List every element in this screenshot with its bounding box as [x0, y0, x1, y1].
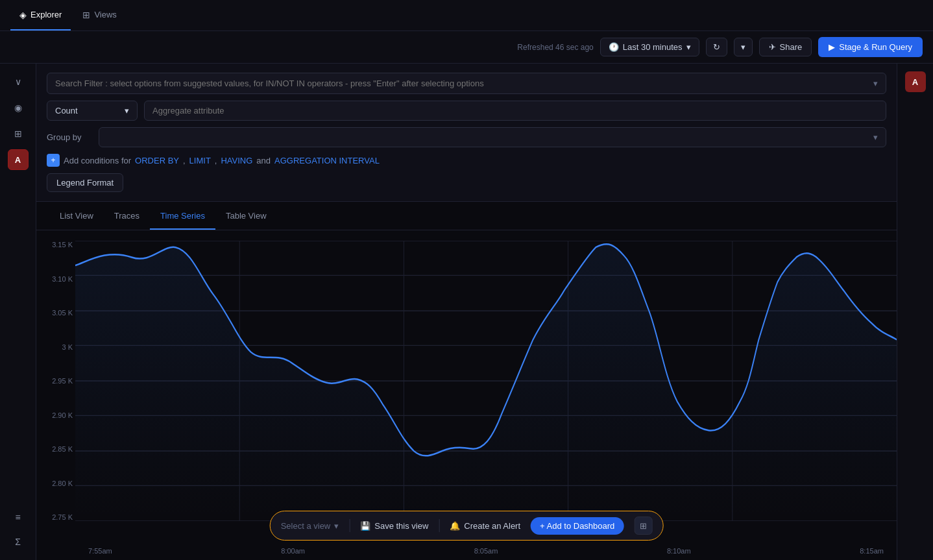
save-icon: 💾	[360, 521, 370, 531]
extra-options-button[interactable]: ⊞	[634, 517, 652, 535]
y-label-7: 2.80 K	[42, 480, 73, 487]
stage-run-label: Stage & Run Query	[839, 42, 912, 52]
x-axis: 7:55am 8:00am 8:05am 8:10am 8:15am	[75, 547, 897, 555]
views-tab-label: Views	[94, 10, 116, 19]
clock-icon: 🕐	[609, 42, 619, 52]
time-series-chart	[75, 241, 897, 521]
time-range-label: Last 30 minutes	[623, 42, 683, 52]
x-label-2: 8:05am	[474, 547, 498, 555]
select-view-label: Select a view	[281, 521, 331, 531]
divider-1	[349, 519, 350, 532]
chevron-down-icon: ▾	[334, 521, 339, 531]
query-panel: ▾ Count ▾ Group by ▾ + A	[36, 64, 897, 202]
y-label-8: 2.75 K	[42, 513, 73, 521]
chart-section: List View Traces Time Series Table View …	[36, 202, 897, 560]
legend-format-row: Legend Format	[47, 173, 886, 192]
right-avatar-label: A	[912, 77, 918, 87]
add-conditions-icon[interactable]: +	[47, 154, 60, 167]
add-to-dashboard-button[interactable]: + Add to Dashboard	[531, 517, 624, 535]
right-avatar-button[interactable]: A	[905, 71, 926, 92]
count-select[interactable]: Count ▾	[47, 101, 138, 121]
chevron-down-icon: ▾	[686, 42, 691, 52]
limit-link[interactable]: LIMIT	[189, 156, 211, 165]
x-label-4: 8:15am	[860, 547, 884, 555]
collapse-button[interactable]: ∨	[8, 71, 29, 92]
top-navigation: ◈ Explorer ⊞ Views	[0, 0, 933, 31]
alert-icon: 🔔	[450, 521, 460, 531]
view-tabs: List View Traces Time Series Table View	[36, 202, 897, 230]
aggregate-input[interactable]	[144, 101, 886, 121]
views-icon: ⊞	[82, 10, 90, 20]
refresh-status: Refreshed 46 sec ago	[517, 43, 593, 52]
action-bar: Select a view ▾ 💾 Save this view 🔔 Creat…	[270, 511, 664, 541]
grid-icon: ⊞	[640, 521, 647, 531]
top-toolbar: Refreshed 46 sec ago 🕐 Last 30 minutes ▾…	[0, 31, 933, 64]
chart-container: 3.15 K 3.10 K 3.05 K 3 K 2.95 K 2.90 K 2…	[36, 230, 897, 560]
select-view-dropdown[interactable]: Select a view ▾	[281, 521, 339, 531]
share-label: Share	[780, 42, 803, 52]
order-by-link[interactable]: ORDER BY	[135, 156, 179, 165]
search-filter-input[interactable]	[55, 79, 868, 88]
create-alert-button[interactable]: 🔔 Create an Alert	[450, 521, 520, 531]
legend-format-label: Legend Format	[56, 178, 114, 188]
tab-views[interactable]: ⊞ Views	[73, 0, 125, 30]
refresh-icon: ↻	[713, 42, 720, 52]
save-view-label: Save this view	[374, 521, 428, 531]
conditions-row: + Add conditions for ORDER BY, LIMIT, HA…	[47, 154, 886, 167]
aggregation-interval-link[interactable]: AGGREGATION INTERVAL	[274, 156, 380, 165]
y-label-4: 2.95 K	[42, 377, 73, 385]
x-label-1: 8:00am	[281, 547, 305, 555]
group-by-label: Group by	[47, 132, 92, 142]
eye-button[interactable]: ◉	[8, 97, 29, 118]
create-alert-label: Create an Alert	[464, 521, 520, 531]
y-label-2: 3.05 K	[42, 309, 73, 317]
refresh-button[interactable]: ↻	[706, 38, 727, 56]
y-label-6: 2.85 K	[42, 445, 73, 453]
dropdown-icon: ▾	[873, 79, 878, 88]
group-by-row: Group by ▾	[47, 127, 886, 147]
x-label-0: 7:55am	[88, 547, 112, 555]
y-axis: 3.15 K 3.10 K 3.05 K 3 K 2.95 K 2.90 K 2…	[42, 241, 73, 521]
y-label-1: 3.10 K	[42, 275, 73, 283]
tab-time-series[interactable]: Time Series	[150, 203, 215, 230]
table-icon-button[interactable]: ≡	[8, 507, 29, 528]
x-label-3: 8:10am	[667, 547, 691, 555]
y-label-3: 3 K	[42, 343, 73, 351]
group-by-dropdown[interactable]: ▾	[99, 127, 886, 147]
tab-explorer[interactable]: ◈ Explorer	[10, 0, 71, 30]
chevron-down-icon: ▾	[873, 132, 878, 142]
copy-button[interactable]: ⊞	[8, 123, 29, 144]
legend-format-button[interactable]: Legend Format	[47, 173, 123, 192]
avatar-button[interactable]: A	[8, 149, 29, 170]
main-content: ▾ Count ▾ Group by ▾ + A	[36, 64, 897, 560]
count-label: Count	[55, 106, 78, 116]
tab-list-view[interactable]: List View	[49, 203, 104, 230]
share-icon: ✈	[769, 42, 776, 52]
right-panel: A	[897, 64, 933, 560]
chevron-down-icon: ▾	[741, 42, 745, 52]
tab-table-view[interactable]: Table View	[215, 203, 277, 230]
explorer-tab-label: Explorer	[30, 10, 62, 19]
count-row: Count ▾	[47, 101, 886, 121]
chevron-down-icon: ▾	[125, 106, 129, 116]
avatar-label: A	[15, 155, 21, 165]
stage-run-button[interactable]: ▶ Stage & Run Query	[818, 37, 923, 57]
y-label-5: 2.90 K	[42, 411, 73, 419]
tab-traces[interactable]: Traces	[104, 203, 150, 230]
explorer-icon: ◈	[19, 10, 27, 20]
refresh-options-button[interactable]: ▾	[734, 38, 753, 56]
divider-2	[439, 519, 439, 532]
time-range-selector[interactable]: 🕐 Last 30 minutes ▾	[600, 38, 699, 56]
play-icon: ▶	[829, 42, 835, 52]
search-filter-row[interactable]: ▾	[47, 73, 886, 94]
save-view-button[interactable]: 💾 Save this view	[360, 521, 428, 531]
share-button[interactable]: ✈ Share	[759, 38, 812, 56]
conditions-prefix: Add conditions for	[64, 156, 131, 165]
sigma-button[interactable]: Σ	[8, 531, 29, 552]
add-dashboard-label: + Add to Dashboard	[540, 521, 614, 531]
having-link[interactable]: HAVING	[221, 156, 252, 165]
y-label-0: 3.15 K	[42, 241, 73, 249]
left-sidebar: ∨ ◉ ⊞ A ≡ Σ	[0, 64, 36, 560]
